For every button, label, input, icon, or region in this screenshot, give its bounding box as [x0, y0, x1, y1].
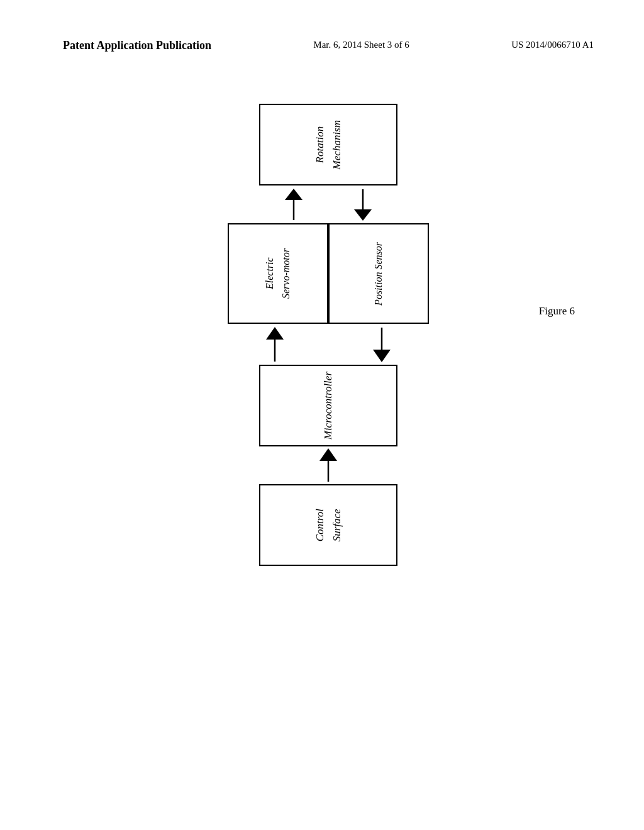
up-arrow-3	[259, 446, 397, 484]
electric-servo-motor-block: ElectricServo-motor	[228, 223, 328, 324]
rotation-mechanism-block: RotationMechanism	[259, 104, 397, 185]
svg-marker-1	[285, 189, 303, 200]
control-surface-label: ControlSurface	[311, 509, 345, 541]
svg-marker-5	[266, 327, 284, 340]
down-arrow-2-icon	[370, 326, 394, 363]
page-header: Patent Application Publication Mar. 6, 2…	[63, 38, 594, 53]
control-surface-block: ControlSurface	[259, 484, 397, 566]
microcontroller-label: Microcontroller	[319, 372, 336, 440]
arrows-row-2	[221, 324, 435, 365]
svg-marker-9	[319, 448, 337, 461]
up-arrow-3-icon	[316, 447, 340, 484]
svg-marker-7	[373, 350, 391, 362]
up-arrow-2	[263, 326, 287, 363]
down-arrow-2	[370, 326, 394, 363]
svg-marker-3	[354, 209, 372, 221]
page: Patent Application Publication Mar. 6, 2…	[0, 0, 644, 830]
middle-blocks-row: ElectricServo-motor Position Sensor	[228, 223, 429, 324]
patent-number: US 2014/0066710 A1	[511, 38, 594, 52]
diagram-wrapper: Figure 6 RotationMechanism	[63, 91, 594, 566]
position-sensor-block: Position Sensor	[328, 223, 429, 324]
down-arrow-1-icon	[351, 187, 375, 222]
up-arrow-1	[282, 187, 306, 222]
rotation-mechanism-label: RotationMechanism	[311, 120, 345, 169]
figure-label: Figure 6	[539, 305, 575, 318]
microcontroller-block: Microcontroller	[259, 365, 397, 446]
electric-servo-motor-label: ElectricServo-motor	[262, 248, 294, 299]
position-sensor-label: Position Sensor	[370, 242, 387, 306]
up-arrow-2-icon	[263, 326, 287, 363]
block-diagram: RotationMechanism	[221, 104, 435, 566]
publication-title: Patent Application Publication	[63, 38, 211, 53]
down-arrow-1	[351, 187, 375, 222]
arrows-row-1	[259, 185, 397, 223]
up-arrow-1-icon	[282, 187, 306, 222]
sheet-info: Mar. 6, 2014 Sheet 3 of 6	[313, 38, 409, 52]
